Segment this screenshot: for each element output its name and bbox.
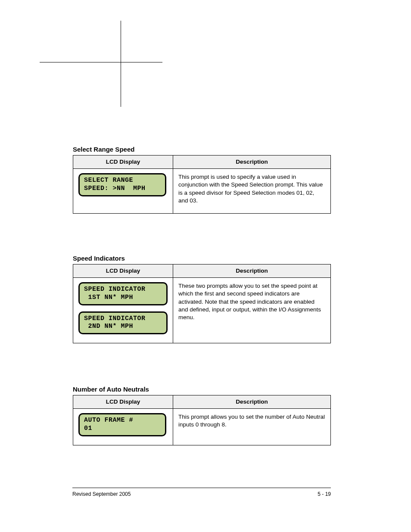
footer-left: Revised September 2005 xyxy=(72,491,131,497)
col-header-lcd: LCD Display xyxy=(73,395,173,409)
cell-desc: This prompt allows you to set the number… xyxy=(173,409,331,445)
lcd-line2: 1ST NN* MPH xyxy=(84,294,133,301)
col-header-desc: Description xyxy=(173,264,331,278)
col-header-desc: Description xyxy=(173,395,331,409)
col-header-lcd: LCD Display xyxy=(73,156,173,169)
lcd-line1: SELECT RANGE xyxy=(84,177,133,184)
col-header-desc: Description xyxy=(173,156,331,169)
lcd-auto-frame: AUTO FRAME # 01 xyxy=(78,413,166,436)
cell-lcd: SPEED INDICATOR 1ST NN* MPH SPEED INDICA… xyxy=(73,278,173,343)
table-auto-neutrals: LCD Display Description AUTO FRAME # 01 … xyxy=(73,395,331,445)
lcd-line2: SPEED: >NN MPH xyxy=(84,185,146,192)
cell-lcd: AUTO FRAME # 01 xyxy=(73,409,173,445)
table-select-range-speed: LCD Display Description SELECT RANGE SPE… xyxy=(73,155,331,214)
lcd-speed-indicator-1: SPEED INDICATOR 1ST NN* MPH xyxy=(78,282,168,305)
section-title-speed-indicators: Speed Indicators xyxy=(73,255,125,262)
lcd-line1: AUTO FRAME # xyxy=(84,417,133,424)
section-title-auto-neutrals: Number of Auto Neutrals xyxy=(73,386,149,393)
cell-lcd: SELECT RANGE SPEED: >NN MPH xyxy=(73,169,173,214)
lcd-line1: SPEED INDICATOR xyxy=(84,286,146,293)
lcd-line2: 01 xyxy=(84,425,92,432)
footer-rule xyxy=(72,488,331,488)
table-speed-indicators: LCD Display Description SPEED INDICATOR … xyxy=(73,264,331,343)
lcd-select-range: SELECT RANGE SPEED: >NN MPH xyxy=(78,173,166,196)
col-header-lcd: LCD Display xyxy=(73,264,173,278)
lcd-speed-indicator-2: SPEED INDICATOR 2ND NN* MPH xyxy=(78,311,168,335)
lcd-line1: SPEED INDICATOR xyxy=(84,315,146,322)
footer-right: 5 - 19 xyxy=(318,491,331,497)
page: { "sections": { "s1": { "title": "Select… xyxy=(0,0,411,532)
lcd-line2: 2ND NN* MPH xyxy=(84,323,133,330)
cell-desc: This prompt is used to specify a value u… xyxy=(173,169,331,214)
crop-mark-horizontal xyxy=(40,62,162,62)
crop-mark-vertical xyxy=(121,21,121,107)
section-title-select-range-speed: Select Range Speed xyxy=(73,146,134,153)
cell-desc: These two prompts allow you to set the s… xyxy=(173,278,331,343)
